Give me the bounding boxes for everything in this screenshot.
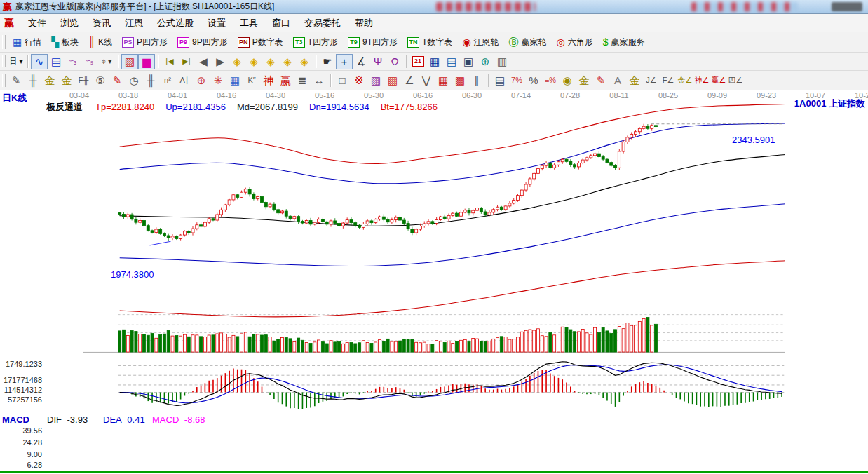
nav-last-button[interactable]: ▶| (178, 54, 195, 69)
brush-tool[interactable]: ✎ (8, 73, 25, 88)
menu-item-8[interactable]: 交易委托 (297, 15, 348, 30)
9t-square-button[interactable]: T99T四方形 (343, 34, 402, 50)
red-rays-tool[interactable]: ※ (351, 73, 367, 88)
menu-item-7[interactable]: 窗口 (265, 15, 297, 30)
j-angle-tool[interactable]: J∠ (643, 73, 660, 88)
percent-levels-tool[interactable]: ≡% (542, 73, 559, 88)
brain-pattern-button[interactable]: Ω (386, 54, 403, 69)
menu-item-9[interactable]: 帮助 (348, 15, 380, 30)
save-web-button[interactable]: ⊕ (477, 54, 494, 69)
toolbar-tools: 日 ▾∿▤≈₃≈₉⌽ ▾▨▆|◀▶|◀▶◈◈◈◈◈☛+∡ΨΩ21▦▤▣⊕▥ (0, 53, 868, 71)
memo-button[interactable]: ▤ (443, 54, 460, 69)
p-table-button[interactable]: PNP数字表 (233, 34, 288, 50)
pen-measure-tool[interactable]: ✎ (592, 73, 609, 88)
gann-shape-button[interactable]: Ψ (369, 54, 386, 69)
snapshot-button[interactable]: ▥ (494, 54, 510, 69)
indicator-value-4: Bt=1775.8266 (381, 102, 438, 112)
box-tool[interactable]: □ (334, 73, 351, 88)
period-day-dropdown[interactable]: 日 ▾ (8, 54, 25, 69)
ying-tool[interactable]: 赢 (277, 73, 294, 88)
histogram-button[interactable]: ▆ (138, 54, 155, 69)
angle-lines-tool[interactable]: A∣ (176, 73, 193, 88)
nav-prev-button[interactable]: ◀ (195, 54, 212, 69)
shen-angle-tool[interactable]: 神∠ (693, 73, 710, 88)
compress-x-button[interactable]: ◈ (279, 54, 296, 69)
n-squared-tool[interactable]: n² (159, 73, 176, 88)
spiral5-tool[interactable]: ⑤ (92, 73, 109, 88)
crosshair-tool-button[interactable]: + (336, 54, 353, 69)
k-quote-tool[interactable]: K″ (243, 73, 260, 88)
zoom-out-x-button[interactable]: ◈ (229, 54, 245, 69)
sectors-button[interactable]: ▚板块 (46, 34, 83, 50)
circle-cross-tool[interactable]: ⊕ (193, 73, 210, 88)
t-percent-tool[interactable]: 7% (508, 73, 525, 88)
menu-item-4[interactable]: 公式选股 (150, 15, 201, 30)
t-table-button[interactable]: TNT数字表 (402, 34, 457, 50)
9p-square-button-label: 9P四方形 (192, 36, 228, 48)
9p-square-button[interactable]: P99P四方形 (172, 34, 233, 50)
p-square-button[interactable]: PSP四方形 (117, 34, 172, 50)
sectors-button-icon: ▚ (51, 37, 59, 47)
red-fan-tool[interactable]: ▧ (384, 73, 401, 88)
trend-lines-tool[interactable]: ∠ (401, 73, 418, 88)
gold-levels-tool[interactable]: 金 (576, 73, 592, 88)
calculator-button[interactable]: ▦ (426, 54, 443, 69)
nav-first-button[interactable]: |◀ (161, 54, 178, 69)
menu-item-0[interactable]: 文件 (21, 15, 53, 30)
gold-grid2-tool[interactable]: 金 (58, 73, 75, 88)
menu-item-6[interactable]: 工具 (233, 15, 265, 30)
grid-target-tool[interactable]: ▦ (226, 73, 243, 88)
v-wave-tool[interactable]: ⋁ (418, 73, 435, 88)
ruler-ticks-tool[interactable]: ╫ (25, 73, 41, 88)
gold-underline-tool[interactable]: 金 (626, 73, 643, 88)
calendar-button[interactable]: 21 (409, 54, 426, 69)
ying-angle-tool[interactable]: 赢∠ (710, 73, 727, 88)
red-grid-arrow-tool[interactable]: ▩ (452, 73, 468, 88)
hand-tool-button[interactable]: ☛ (319, 54, 336, 69)
save-button[interactable]: ▣ (460, 54, 477, 69)
menu-item-3[interactable]: 江恩 (118, 15, 150, 30)
hexagon-button[interactable]: ◎六角形 (552, 34, 598, 50)
gold-angle-tool[interactable]: 金∠ (677, 73, 693, 88)
percent-tool[interactable]: % (525, 73, 542, 88)
wave-3-button[interactable]: ≈₃ (65, 54, 81, 69)
kline-button[interactable]: ║K线 (83, 34, 117, 50)
purple-fan-tool[interactable]: ▨ (367, 73, 384, 88)
zoom-in-x-button[interactable]: ◈ (245, 54, 262, 69)
si-angle-tool[interactable]: 四∠ (727, 73, 744, 88)
winner-service-button[interactable]: $赢家服务 (598, 34, 650, 50)
menu-item-5[interactable]: 设置 (201, 15, 233, 30)
winner-wheel-button[interactable]: Ⓑ赢家轮 (504, 34, 552, 50)
quotes-button[interactable]: ▦行情 (8, 34, 46, 50)
candle-style-dropdown[interactable]: ⌽ ▾ (98, 54, 115, 69)
expand-x-button[interactable]: ◈ (262, 54, 279, 69)
percent-table-tool[interactable]: ▤ (491, 73, 508, 88)
width-measure-tool[interactable]: ↔ (311, 73, 327, 88)
f-angle-tool[interactable]: F∠ (660, 73, 677, 88)
f-ruler-tool[interactable]: F╫ (75, 73, 92, 88)
window-controls[interactable] (832, 2, 862, 11)
red-grid-tool[interactable]: ▦ (435, 73, 452, 88)
gann-wheel-button[interactable]: ◉江恩轮 (457, 34, 503, 50)
red-pattern-button[interactable]: ▨ (121, 54, 138, 69)
angle-tool-button[interactable]: ∡ (353, 54, 369, 69)
cycle-clock-tool[interactable]: ◷ (126, 73, 142, 88)
red-brush-tool[interactable]: ✎ (109, 73, 126, 88)
t-square-button[interactable]: T3T四方形 (288, 34, 343, 50)
wave-9-button[interactable]: ≈₉ (81, 54, 98, 69)
gold-circle-tool[interactable]: ◉ (559, 73, 576, 88)
info-f10-button[interactable]: ▤ (48, 54, 65, 69)
menu-item-1[interactable]: 浏览 (53, 15, 86, 30)
tick-ruler2-tool[interactable]: ╫ (142, 73, 159, 88)
ruler-123-tool[interactable]: ≣ (294, 73, 311, 88)
gold-grid-tool[interactable]: 金 (41, 73, 58, 88)
parallel-lines-tool[interactable]: ∥ (468, 73, 485, 88)
a-wave-tool[interactable]: A (609, 73, 626, 88)
menu-item-2[interactable]: 资讯 (86, 15, 118, 30)
compress-all-button[interactable]: ◈ (296, 54, 313, 69)
winner-wheel-button-icon: Ⓑ (509, 37, 519, 47)
shen-tool[interactable]: 神 (260, 73, 277, 88)
pattern-view-button[interactable]: ∿ (31, 54, 48, 69)
starburst-tool[interactable]: ✳ (210, 73, 226, 88)
nav-next-button[interactable]: ▶ (212, 54, 229, 69)
